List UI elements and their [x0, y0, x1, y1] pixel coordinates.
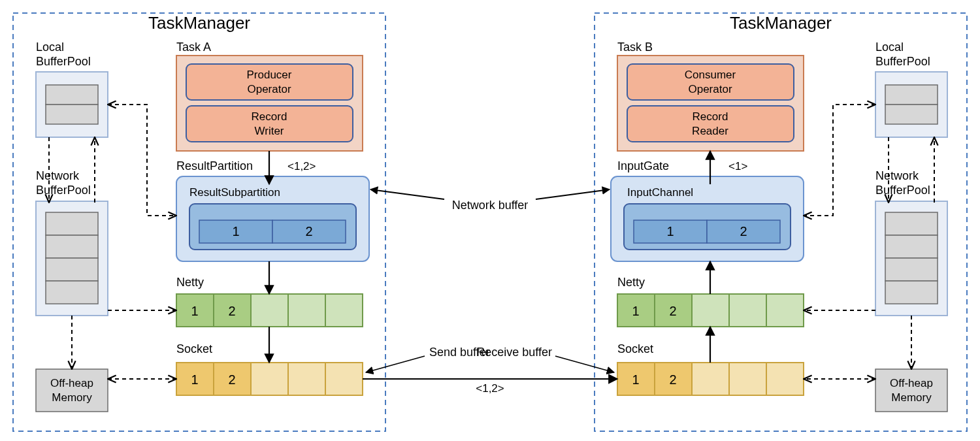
result-subpartition-label: ResultSubpartition: [189, 186, 280, 199]
record-reader-l1: Record: [693, 110, 728, 123]
producer-operator-l2: Operator: [247, 83, 291, 95]
offheap-memory-left: Off-heap Memory: [36, 369, 108, 412]
netty-left: 1 2: [176, 294, 363, 327]
local-bufferpool-label-r2: BufferPool: [875, 55, 930, 68]
socket-r-cell-2: 2: [669, 372, 676, 387]
svg-rect-3: [46, 105, 98, 124]
offheap-label-r2: Memory: [891, 391, 932, 404]
network-buffer-label: Network buffer: [452, 199, 529, 212]
producer-operator-l1: Producer: [247, 69, 292, 81]
svg-rect-35: [885, 235, 938, 258]
consumer-operator-l2: Operator: [688, 83, 732, 95]
svg-rect-9: [36, 369, 108, 412]
svg-rect-7: [46, 258, 98, 281]
record-writer-l1: Record: [252, 110, 287, 123]
offheap-label-l1: Off-heap: [50, 377, 93, 389]
local-bufferpool-label-r1: Local: [875, 41, 904, 54]
netty-label-right: Netty: [617, 276, 645, 289]
netty-right: 1 2: [617, 294, 804, 327]
local-bufferpool-right: [875, 72, 947, 137]
taskmanager-left: TaskManager Local BufferPool Network Buf…: [13, 13, 385, 431]
arrow-localpool-to-gate-right: [804, 105, 875, 216]
svg-rect-36: [885, 258, 938, 281]
netty-cell-1: 1: [191, 304, 198, 318]
netty-r-cell-2: 2: [669, 304, 676, 318]
inputchannel-label: InputChannel: [627, 186, 693, 199]
socket-label-right: Socket: [617, 342, 653, 355]
svg-rect-32: [885, 105, 938, 124]
netty-r-cell-1: 1: [632, 304, 639, 318]
local-bufferpool-label-l2: BufferPool: [36, 55, 91, 68]
local-bufferpool-label-l1: Local: [36, 41, 64, 54]
arrow-networkbuffer-to-right: [536, 189, 610, 199]
arrow-receivebuffer: [555, 356, 614, 372]
diagram-root: TaskManager Local BufferPool Network Buf…: [0, 0, 980, 441]
task-b: Consumer Operator Record Reader: [617, 56, 804, 151]
inputgate-label: InputGate: [617, 159, 669, 172]
taskmanager-left-title: TaskManager: [148, 13, 250, 33]
arrow-sendbuffer: [366, 356, 425, 372]
inputchannel-cell-1: 1: [666, 224, 674, 238]
inputchannel-cell-2: 2: [740, 224, 747, 238]
input-gate: InputChannel 1 2: [611, 176, 804, 261]
svg-rect-8: [46, 281, 98, 304]
record-writer-l2: Writer: [254, 125, 284, 137]
subpartition-cell-2: 2: [305, 224, 312, 238]
taskmanager-right-title: TaskManager: [730, 13, 832, 33]
svg-rect-6: [46, 235, 98, 258]
subpartition-cell-1: 1: [232, 224, 239, 238]
task-b-label: Task B: [617, 41, 653, 54]
offheap-memory-right: Off-heap Memory: [875, 369, 947, 412]
arrow-localpool-to-partition-left: [108, 105, 176, 216]
svg-rect-2: [46, 85, 98, 105]
taskmanager-right: TaskManager Local BufferPool Network Buf…: [595, 13, 967, 431]
record-reader-l2: Reader: [692, 125, 728, 137]
resultpartition-label: ResultPartition: [176, 159, 253, 172]
network-bufferpool-label-l2: BufferPool: [36, 184, 91, 197]
record-reader-annotation: <1>: [728, 160, 747, 172]
result-partition: ResultSubpartition 1 2: [176, 176, 369, 261]
task-a-label: Task A: [176, 41, 211, 54]
arrow-networkbuffer-to-left: [370, 189, 444, 199]
center-annotations: Network buffer Send buffer Receive buffe…: [363, 189, 617, 395]
offheap-label-l2: Memory: [52, 391, 92, 404]
receive-buffer-label: Receive buffer: [476, 346, 552, 359]
network-bufferpool-right: [875, 201, 947, 316]
task-a: Producer Operator Record Writer: [176, 56, 363, 151]
network-bufferpool-label-r1: Network: [875, 169, 919, 182]
svg-rect-31: [885, 85, 938, 105]
svg-rect-37: [885, 281, 938, 304]
offheap-label-r1: Off-heap: [890, 377, 933, 389]
consumer-operator-l1: Consumer: [685, 69, 736, 81]
socket-annotation: <1,2>: [476, 382, 504, 395]
svg-rect-34: [885, 212, 938, 235]
network-bufferpool-label-l1: Network: [36, 169, 80, 182]
local-bufferpool-left: [36, 72, 108, 137]
socket-cell-2: 2: [228, 372, 235, 387]
socket-left: 1 2: [176, 363, 363, 395]
socket-cell-1: 1: [191, 372, 198, 387]
record-writer-annotation: <1,2>: [287, 160, 316, 172]
socket-r-cell-1: 1: [632, 372, 639, 387]
network-bufferpool-label-r2: BufferPool: [875, 184, 930, 197]
netty-cell-2: 2: [228, 304, 235, 318]
socket-right: 1 2: [617, 363, 804, 395]
svg-rect-5: [46, 212, 98, 235]
socket-label-left: Socket: [176, 342, 212, 355]
netty-label-left: Netty: [176, 276, 204, 289]
network-bufferpool-left: [36, 201, 108, 316]
svg-rect-38: [875, 369, 947, 412]
